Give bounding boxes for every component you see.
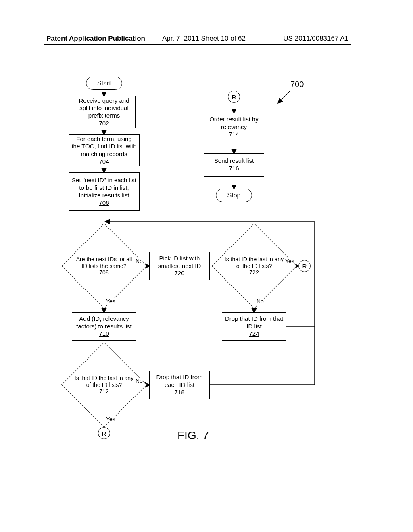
decision-722-text: Is that ID the last in any of the ID lis… <box>224 256 284 270</box>
reference-numeral-700: 700 <box>290 80 304 89</box>
svg-line-20 <box>278 91 290 103</box>
header-rule <box>44 44 351 45</box>
process-710: Add (ID, relevancy factors) to results l… <box>72 312 136 341</box>
process-704: For each term, using the TOC, find ID li… <box>69 134 140 166</box>
decision-708-text: Are the next IDs for all ID lists the sa… <box>74 256 134 270</box>
process-720-num: 720 <box>174 270 184 277</box>
label-no-712: No <box>136 378 143 384</box>
process-702: Receive query and split into individual … <box>73 96 136 128</box>
process-724: Drop that ID from that ID list 724 <box>222 312 286 341</box>
process-704-text: For each term, using the TOC, find ID li… <box>71 135 137 158</box>
process-706-text: Set "next ID" in each list to be first I… <box>71 177 137 199</box>
decision-722: Is that ID the last in any of the ID lis… <box>224 236 284 296</box>
process-716-text: Send result list <box>214 157 254 165</box>
process-702-text: Receive query and split into individual … <box>75 97 133 120</box>
process-716: Send result list 716 <box>204 153 264 177</box>
decision-712: Is that ID the last in any of the ID lis… <box>74 355 134 415</box>
header-right: US 2011/0083167 A1 <box>283 35 348 43</box>
label-yes-722: Yes <box>285 258 294 264</box>
process-714: Order result list by relevancy 714 <box>200 113 268 141</box>
process-724-num: 724 <box>249 330 259 338</box>
process-704-num: 704 <box>99 158 109 166</box>
label-yes-708: Yes <box>106 298 115 305</box>
process-706-num: 706 <box>99 199 109 207</box>
label-yes-712: Yes <box>106 416 115 422</box>
header-center: Apr. 7, 2011 Sheet 10 of 62 <box>162 35 246 43</box>
process-706: Set "next ID" in each list to be first I… <box>69 172 140 211</box>
process-710-num: 710 <box>99 330 109 338</box>
process-720: Pick ID list with smallest next ID 720 <box>149 252 210 280</box>
process-716-num: 716 <box>229 165 239 172</box>
process-724-text: Drop that ID from that ID list <box>225 315 284 330</box>
header-left: Patent Application Publication <box>46 35 145 43</box>
process-714-num: 714 <box>229 131 239 138</box>
connector-r-top: R <box>228 91 240 103</box>
terminator-start: Start <box>86 77 122 90</box>
decision-708: Are the next IDs for all ID lists the sa… <box>74 236 134 296</box>
process-720-text: Pick ID list with smallest next ID <box>152 255 207 270</box>
decision-712-num: 712 <box>99 388 108 395</box>
decision-712-text: Is that ID the last in any of the ID lis… <box>74 375 134 389</box>
connector-r-right: R <box>298 260 311 272</box>
process-714-text: Order result list by relevancy <box>202 116 265 131</box>
process-718: Drop that ID from each ID list 718 <box>149 371 210 399</box>
decision-722-num: 722 <box>249 269 259 276</box>
process-702-num: 702 <box>99 120 109 127</box>
process-718-text: Drop that ID from each ID list <box>152 374 207 389</box>
decision-708-num: 708 <box>99 269 108 276</box>
label-no-722: No <box>257 298 264 305</box>
flowchart-canvas: Start Receive query and split into indiv… <box>0 73 413 476</box>
connector-r-bottom: R <box>98 427 110 439</box>
terminator-stop: Stop <box>216 189 252 202</box>
label-no-708: No <box>136 258 143 264</box>
process-718-num: 718 <box>174 389 184 396</box>
figure-label: FIG. 7 <box>177 429 209 442</box>
process-710-text: Add (ID, relevancy factors) to results l… <box>75 315 133 330</box>
